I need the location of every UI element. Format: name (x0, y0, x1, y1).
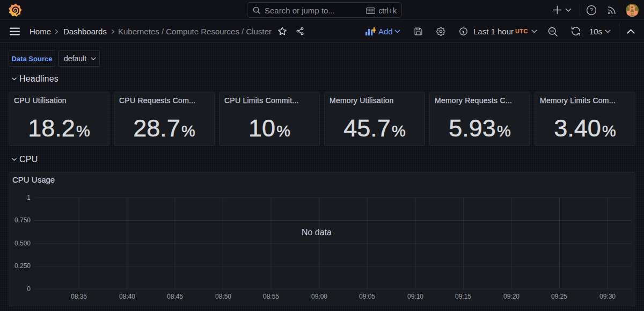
svg-text:?: ? (590, 7, 593, 13)
